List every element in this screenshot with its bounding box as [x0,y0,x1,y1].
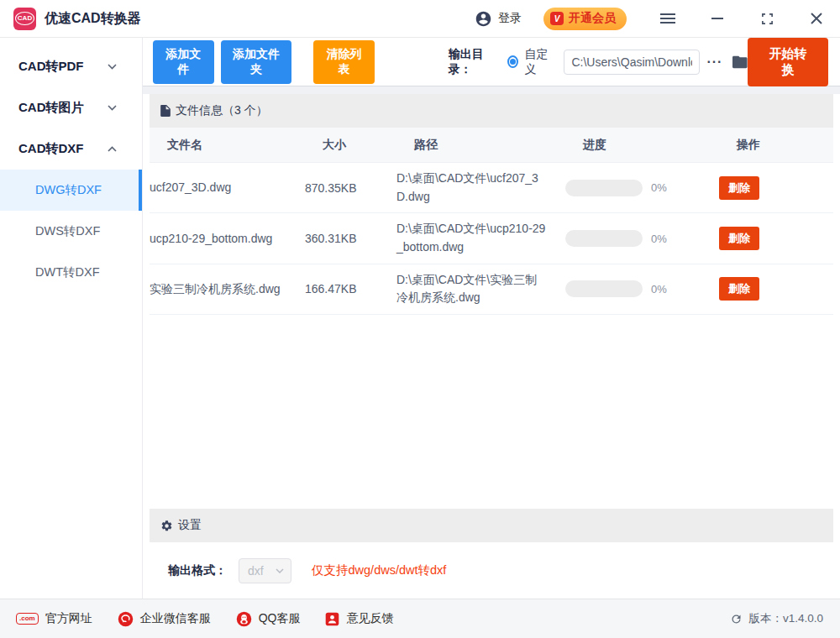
progress-bar [565,180,643,196]
output-format-select[interactable]: dxf [239,558,291,583]
settings-title: 设置 [178,518,202,533]
sidebar-subitem-label: DWT转DXF [35,264,100,280]
qq-support-link[interactable]: QQ客服 [236,611,301,627]
file-size: 166.47KB [305,282,396,295]
browse-more-button[interactable]: ··· [706,55,722,70]
chevron-up-icon [108,146,117,152]
footer-link-label: QQ客服 [259,611,301,626]
minimize-button[interactable] [709,10,726,27]
file-name: ucp210-29_bottom.dwg [150,230,305,248]
settings-bar: 设置 [150,509,833,542]
table-row: 实验三制冷机房系统.dwg 166.47KB D:\桌面\CAD文件\实验三制冷… [150,264,833,315]
table-row: ucp210-29_bottom.dwg 360.31KB D:\桌面\CAD文… [150,213,833,264]
feedback-icon [325,612,339,626]
version-info: 版本：v1.4.0.0 [730,611,823,626]
footer-link-label: 企业微信客服 [140,611,211,626]
titlebar: CAD 优速CAD转换器 登录 V 开通会员 [0,0,840,38]
col-size: 大小 [323,138,414,153]
start-convert-button[interactable]: 开始转换 [748,38,828,86]
file-name: ucf207_3D.dwg [150,179,305,196]
toolbar: 添加文件 添加文件夹 清除列表 输出目录： 自定义 ··· 开始转换 [143,38,840,86]
file-path: D:\桌面\CAD文件\ucf207_3D.dwg [396,170,565,206]
sidebar-item-cad-to-image[interactable]: CAD转图片 [0,87,142,128]
custom-radio[interactable] [507,55,518,68]
output-dir-label: 输出目录： [449,47,497,77]
progress-value: 0% [651,233,667,245]
file-path: D:\桌面\CAD文件\实验三制冷机房系统.dwg [396,271,565,307]
chevron-down-icon [108,105,117,111]
refresh-icon[interactable] [730,613,743,625]
sidebar-item-cad-to-dxf[interactable]: CAD转DXF [0,128,142,170]
file-info-title: 文件信息（3 个） [176,103,268,118]
maximize-icon [761,13,774,25]
close-button[interactable] [808,10,825,27]
official-site-link[interactable]: .com 官方网址 [16,611,92,626]
titlebar-actions: 登录 V 开通会员 [475,8,825,30]
gear-icon [160,520,173,532]
app-logo-text: CAD [15,12,34,25]
sidebar-item-dwt-to-dxf[interactable]: DWT转DXF [0,252,142,293]
sidebar-subitem-label: DWG转DXF [35,182,102,198]
progress-bar [565,230,643,247]
progress-value: 0% [651,181,667,194]
content-area: 添加文件 添加文件夹 清除列表 输出目录： 自定义 ··· 开始转换 文件信 [143,38,840,599]
sidebar-item-dwg-to-dxf[interactable]: DWG转DXF [0,170,142,211]
col-path: 路径 [414,138,583,153]
com-icon: .com [16,613,39,625]
close-icon [811,13,822,24]
custom-radio-label: 自定义 [524,47,554,77]
file-info-bar: 文件信息（3 个） [150,94,833,128]
sidebar-group-label: CAD转PDF [18,59,84,75]
delete-button[interactable]: 删除 [719,277,759,301]
menu-button[interactable] [659,10,676,27]
file-size: 870.35KB [305,181,396,195]
progress-value: 0% [651,283,667,295]
sidebar-subitem-label: DWS转DXF [35,223,100,239]
table-header: 文件名 大小 路径 进度 操作 [150,128,833,163]
sidebar-group-label: CAD转DXF [18,141,84,157]
app-window: CAD 优速CAD转换器 登录 V 开通会员 [0,0,840,638]
add-file-button[interactable]: 添加文件 [153,40,214,84]
sidebar-group-label: CAD转图片 [18,100,84,116]
footer-link-label: 官方网址 [45,611,92,626]
document-icon [160,105,171,117]
delete-button[interactable]: 删除 [719,227,759,250]
progress-bar [565,280,643,297]
chevron-down-icon [276,568,284,573]
hamburger-icon [660,13,675,24]
vip-label: 开通会员 [569,11,616,26]
version-label: 版本：v1.4.0.0 [748,611,823,626]
footer: .com 官方网址 企业微信客服 QQ客服 [0,599,840,638]
format-support-note: 仅支持dwg/dws/dwt转dxf [312,562,446,578]
maximize-button[interactable] [759,10,775,27]
main-region: CAD转PDF CAD转图片 CAD转DXF DWG转DXF [0,38,840,599]
col-action: 操作 [737,138,833,153]
login-label: 登录 [498,11,522,26]
folder-icon[interactable] [732,55,748,70]
table-row: ucf207_3D.dwg 870.35KB D:\桌面\CAD文件\ucf20… [150,163,833,213]
file-path: D:\桌面\CAD文件\ucp210-29_bottom.dwg [396,220,565,256]
app-logo-icon: CAD [13,8,36,30]
col-filename: 文件名 [167,138,323,153]
login-button[interactable]: 登录 [475,10,522,28]
feedback-link[interactable]: 意见反馈 [325,611,393,626]
footer-link-label: 意见反馈 [346,611,393,626]
progress-cell: 0% [565,280,719,297]
progress-cell: 0% [565,180,719,196]
sidebar-item-dws-to-dxf[interactable]: DWS转DXF [0,211,142,252]
chevron-down-icon [108,64,117,70]
vip-button[interactable]: V 开通会员 [543,8,627,30]
sidebar: CAD转PDF CAD转图片 CAD转DXF DWG转DXF [0,38,143,599]
output-format-row: 输出格式： dxf 仅支持dwg/dws/dwt转dxf [143,542,840,599]
app-title: 优速CAD转换器 [45,10,141,28]
output-path-input[interactable] [564,50,700,75]
wechat-support-link[interactable]: 企业微信客服 [118,611,211,627]
empty-space [143,315,840,509]
qq-icon [236,611,252,627]
sidebar-item-cad-to-pdf[interactable]: CAD转PDF [0,46,142,87]
col-progress: 进度 [583,138,737,153]
vip-icon: V [550,12,564,25]
add-folder-button[interactable]: 添加文件夹 [221,40,291,84]
delete-button[interactable]: 删除 [719,176,759,200]
clear-list-button[interactable]: 清除列表 [313,40,375,84]
